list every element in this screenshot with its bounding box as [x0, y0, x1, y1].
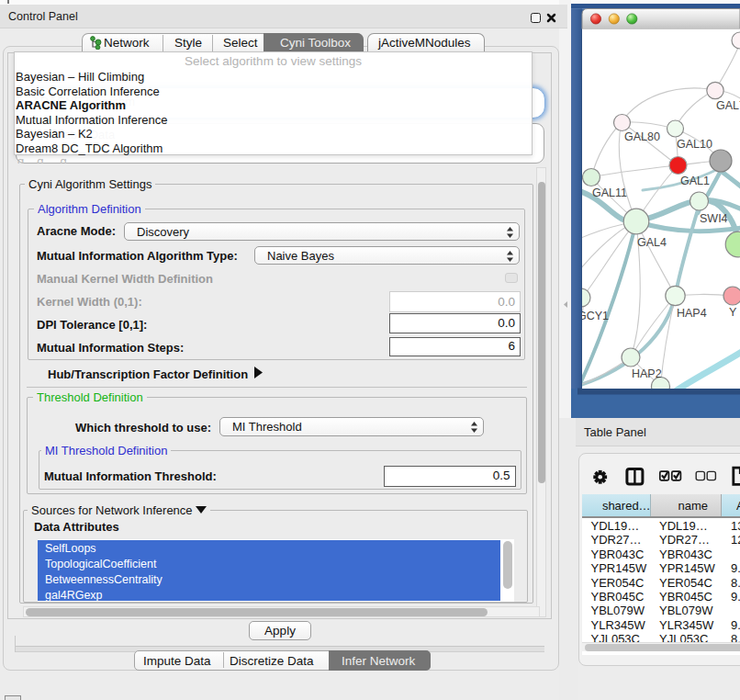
svg-text:GAL11: GAL11 [592, 186, 627, 199]
svg-text:HAP4: HAP4 [677, 307, 707, 320]
svg-text:GCY1: GCY1 [577, 310, 609, 322]
svg-text:GAL7: GAL7 [716, 99, 740, 112]
svg-text:HAP2: HAP2 [632, 367, 662, 380]
svg-text:GAL4: GAL4 [637, 236, 667, 249]
svg-text:Y: Y [729, 306, 737, 319]
svg-text:GAL1: GAL1 [680, 175, 710, 187]
svg-text:GAL80: GAL80 [624, 130, 660, 143]
svg-text:GAL10: GAL10 [677, 138, 712, 151]
svg-text:SWI4: SWI4 [700, 212, 728, 225]
